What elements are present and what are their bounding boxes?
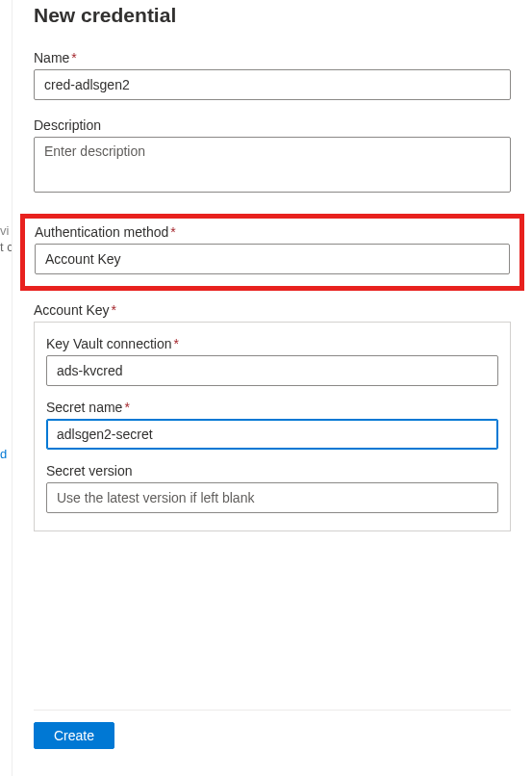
secret-version-input[interactable] [46,482,498,513]
kv-connection-select[interactable]: ads-kvcred [46,355,498,386]
sliver-link-fragment: d [0,447,7,461]
secret-name-input[interactable] [46,419,498,450]
account-key-nested-box: Key Vault connection* ads-kvcred Secret … [34,322,511,531]
page-title: New credential [34,4,511,27]
description-label: Description [34,117,511,133]
required-indicator: * [112,302,116,318]
required-indicator: * [71,50,76,65]
background-panel-sliver: vi t c d [0,0,12,776]
secret-version-label: Secret version [46,463,498,479]
secret-name-field: Secret name* [46,400,498,450]
name-field: Name* [34,50,511,100]
auth-method-field: Authentication method* Account Key [35,224,510,274]
secret-version-field: Secret version [46,463,498,513]
auth-method-highlight: Authentication method* Account Key [20,214,524,291]
name-label: Name* [34,50,511,65]
kv-connection-label: Key Vault connection* [46,336,498,351]
description-input[interactable] [34,137,511,193]
account-key-section: Account Key* Key Vault connection* ads-k… [34,302,511,531]
auth-method-label: Authentication method* [35,224,510,240]
sliver-text: vi [0,223,9,238]
description-field: Description [34,117,511,196]
kv-connection-field: Key Vault connection* ads-kvcred [46,336,498,386]
name-input[interactable] [34,69,511,100]
sliver-text: t c [0,240,12,254]
secret-name-label: Secret name* [46,400,498,415]
required-indicator: * [124,400,129,415]
required-indicator: * [170,224,175,240]
required-indicator: * [174,336,179,351]
create-button[interactable]: Create [34,722,114,749]
footer: Create [34,710,511,749]
new-credential-panel: New credential Name* Description Authent… [12,0,532,776]
account-key-label: Account Key* [34,302,511,318]
auth-method-select[interactable]: Account Key [35,244,510,274]
